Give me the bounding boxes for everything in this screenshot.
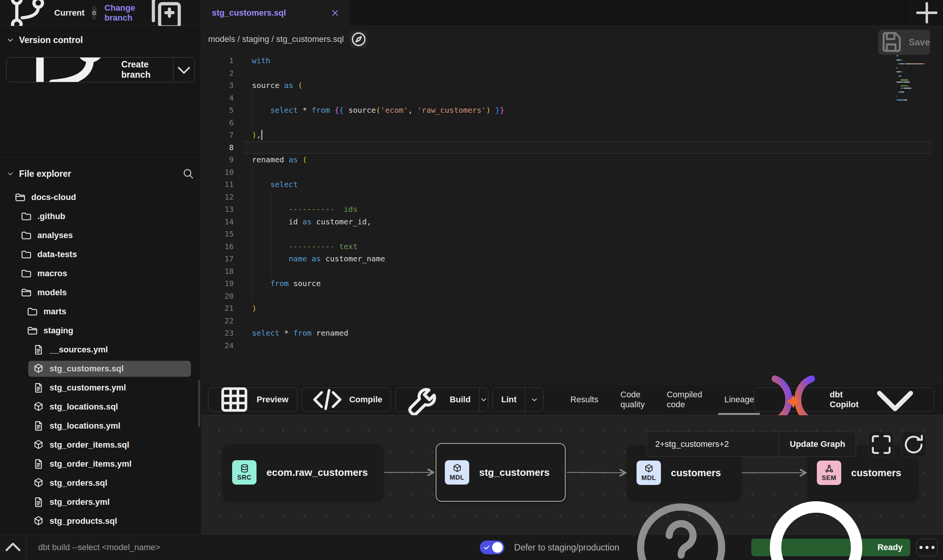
tree-item-analyses[interactable]: analyses [6, 226, 195, 245]
code-line-3[interactable]: source as ( [243, 79, 932, 92]
code-line-11[interactable]: select [243, 178, 932, 191]
create-branch-dropdown[interactable] [173, 58, 194, 82]
code-line-12[interactable] [243, 191, 932, 203]
code-line-4[interactable] [243, 92, 932, 104]
code-line-14[interactable]: id as customer_id, [243, 216, 932, 228]
minimap[interactable] [894, 54, 940, 104]
create-branch-main[interactable]: Create branch [6, 58, 173, 82]
fullscreen-button[interactable] [868, 432, 894, 458]
code-line-17[interactable]: name as customer_name [243, 253, 932, 265]
update-graph-button[interactable]: Update Graph [779, 432, 856, 456]
refresh-button[interactable] [901, 432, 927, 458]
code-line-15[interactable] [243, 228, 932, 240]
chevron-down-icon [173, 59, 194, 80]
indent-guide [271, 253, 271, 265]
status-bar: dbt build --select <model_name> Defer to… [0, 534, 943, 560]
code-line-20[interactable] [243, 290, 932, 302]
tree-item-stg_locations.sql[interactable]: stg_locations.sql [6, 397, 195, 416]
line-number: 8 [202, 141, 243, 154]
tree-item-__sources.yml[interactable]: __sources.yml [6, 340, 195, 359]
compile-button[interactable]: Compile [302, 387, 391, 412]
code-editor[interactable]: 123456789101112131415161718192021222324 … [202, 52, 943, 384]
code-line-6[interactable] [243, 117, 932, 129]
code-line-13[interactable]: ---------- ids [243, 203, 932, 216]
file-explorer-header[interactable]: File explorer [6, 165, 195, 182]
build-dropdown[interactable] [479, 388, 488, 411]
tree-item-.github[interactable]: .github [6, 207, 195, 226]
tab-strip [349, 0, 943, 26]
status-controls: Defer to staging/production Ready [480, 490, 938, 560]
code-line-1[interactable]: with [243, 54, 932, 67]
code-line-23[interactable]: select * from renamed [243, 327, 932, 339]
more-options-button[interactable] [916, 539, 938, 556]
tree-item-stg_orders.sql[interactable]: stg_orders.sql [6, 474, 195, 493]
build-button[interactable]: Build [396, 388, 479, 411]
code-line-21[interactable]: ) [243, 302, 932, 315]
tree-item-macros[interactable]: macros [6, 264, 195, 283]
code-line-22[interactable] [243, 315, 932, 327]
lineage-selector-input[interactable]: 2+stg_customers+2 [647, 432, 779, 456]
tree-item-docs-cloud[interactable]: docs-cloud [6, 188, 195, 207]
tree-item-stg_orders.yml[interactable]: stg_orders.yml [6, 493, 195, 512]
file-name: .github [37, 211, 65, 221]
tree-item-marts[interactable]: marts [6, 302, 195, 321]
line-number: 20 [202, 290, 243, 302]
tab-lineage[interactable]: Lineage [724, 384, 754, 415]
code-line-24[interactable] [243, 339, 932, 352]
code-line-19[interactable]: from source [243, 277, 932, 290]
code-line-10[interactable] [243, 166, 932, 179]
change-branch-link[interactable]: Change branch [104, 3, 135, 23]
new-tab-button[interactable] [910, 0, 943, 26]
breadcrumb[interactable]: models / staging / stg_customers.sql [208, 34, 344, 44]
editor-tab[interactable]: stg_customers.sql [201, 0, 349, 26]
command-input[interactable]: dbt build --select <model_name> [26, 542, 480, 552]
version-control-header[interactable]: Version control [6, 31, 195, 49]
cube-icon [33, 363, 44, 374]
dbt-copilot-button[interactable]: dbt Copilot [754, 387, 934, 412]
close-tab-icon[interactable] [330, 8, 340, 18]
tree-item-models[interactable]: models [6, 283, 195, 302]
tree-item-stg_customers.yml[interactable]: stg_customers.yml [6, 378, 195, 397]
lint-button[interactable]: Lint [493, 388, 525, 411]
file-name: stg_customers.yml [50, 383, 126, 393]
tree-item-staging[interactable]: staging [6, 321, 195, 340]
node-label: stg_customers [479, 467, 550, 478]
tab-code-quality[interactable]: Code quality [621, 384, 645, 415]
code-line-5[interactable]: select * from {{ source('ecom', 'raw_cus… [243, 104, 932, 117]
sidebar-scrollbar[interactable] [198, 380, 200, 427]
collapse-command-bar-button[interactable] [0, 535, 26, 560]
node-badge-mdl: MDL [637, 461, 661, 485]
tree-item-stg_locations.yml[interactable]: stg_locations.yml [6, 416, 195, 435]
defer-toggle[interactable] [480, 541, 504, 554]
file-name: data-tests [37, 250, 77, 259]
tab-compiled-code[interactable]: Compiled code [667, 384, 702, 415]
tree-item-stg_customers.sql[interactable]: stg_customers.sql [6, 359, 195, 378]
editor-tab-label: stg_customers.sql [212, 8, 330, 18]
tree-item-stg_order_items.yml[interactable]: stg_order_items.yml [6, 454, 195, 474]
tree-item-stg_order_items.sql[interactable]: stg_order_items.sql [6, 435, 195, 454]
indent-guide [271, 240, 271, 253]
node-label: customers [851, 467, 901, 479]
tab-results[interactable]: Results [570, 384, 598, 415]
tree-item-data-tests[interactable]: data-tests [6, 245, 195, 264]
code-line-16[interactable]: ---------- text [243, 240, 932, 253]
code-area[interactable]: withsource as ( select * from {{ source(… [243, 52, 943, 384]
line-number: 22 [202, 315, 243, 327]
lineage-node-ecom.raw_customers[interactable]: SRCecom.raw_customers [223, 445, 383, 500]
preview-button[interactable]: Preview [208, 387, 297, 412]
search-icon[interactable] [182, 167, 195, 180]
code-line-18[interactable] [243, 265, 932, 278]
help-icon[interactable] [624, 490, 738, 560]
code-line-8[interactable] [243, 141, 932, 154]
ready-status-button[interactable]: Ready [751, 539, 910, 556]
code-line-9[interactable]: renamed as ( [243, 154, 932, 166]
code-line-2[interactable] [243, 67, 932, 80]
tree-item-stg_products.sql[interactable]: stg_products.sql [6, 512, 195, 531]
file-icon [33, 458, 44, 470]
file-icon [33, 420, 44, 432]
lint-dropdown[interactable] [525, 388, 543, 411]
open-docs-icon-button[interactable] [350, 30, 367, 48]
save-button[interactable]: Save [878, 30, 930, 55]
file-name: marts [43, 307, 66, 317]
code-line-7[interactable]: ), [243, 129, 932, 141]
